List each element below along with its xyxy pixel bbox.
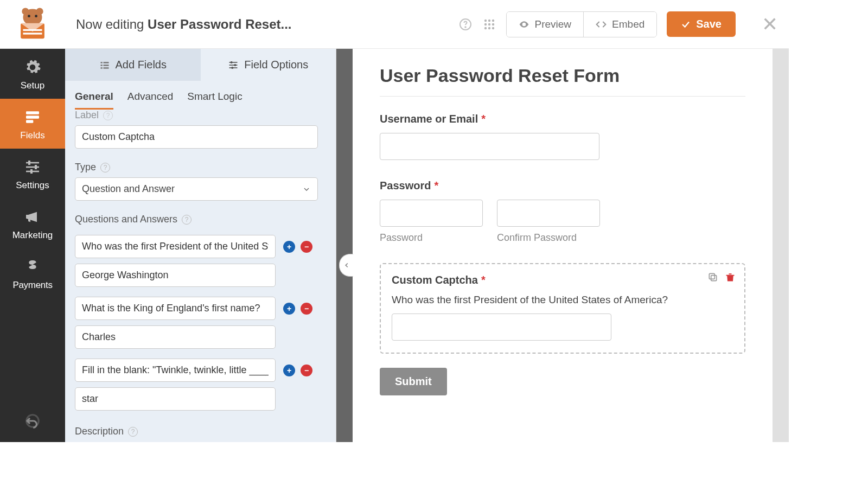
submit-button[interactable]: Submit bbox=[380, 368, 447, 395]
type-select[interactable]: Question and Answer bbox=[75, 177, 318, 201]
form-field-username[interactable]: Username or Email* bbox=[380, 113, 745, 160]
captcha-label: Custom Captcha bbox=[392, 274, 478, 286]
nav-setup[interactable]: Setup bbox=[0, 49, 65, 99]
label-heading: Label bbox=[75, 110, 99, 121]
nav-payments-label: Payments bbox=[12, 280, 52, 291]
form-title: User Password Reset Form bbox=[380, 65, 745, 86]
apps-grid-icon[interactable] bbox=[482, 17, 496, 31]
captcha-answer-input[interactable] bbox=[392, 314, 611, 341]
remove-question-button[interactable]: − bbox=[301, 241, 312, 253]
save-label: Save bbox=[696, 18, 722, 30]
help-icon[interactable] bbox=[458, 17, 473, 31]
chevron-down-icon bbox=[302, 185, 311, 194]
embed-button[interactable]: Embed bbox=[583, 12, 656, 37]
nav-marketing[interactable]: Marketing bbox=[0, 199, 65, 248]
check-icon bbox=[681, 20, 691, 29]
password-input[interactable] bbox=[380, 200, 483, 227]
help-icon[interactable]: ? bbox=[128, 427, 138, 437]
subtab-general[interactable]: General bbox=[75, 87, 113, 110]
svg-rect-33 bbox=[103, 67, 108, 69]
answer-input[interactable] bbox=[75, 325, 276, 349]
list-icon bbox=[99, 60, 110, 71]
add-question-button[interactable]: + bbox=[283, 303, 295, 315]
svg-rect-41 bbox=[709, 273, 714, 279]
answer-input[interactable] bbox=[75, 387, 276, 411]
preview-button[interactable]: Preview bbox=[507, 12, 584, 37]
nav-settings-label: Settings bbox=[16, 180, 49, 191]
qa-pair: + − bbox=[75, 235, 326, 287]
panel-gutter bbox=[336, 49, 353, 442]
required-asterisk: * bbox=[481, 274, 486, 286]
help-icon[interactable]: ? bbox=[103, 111, 113, 120]
type-value: Question and Answer bbox=[82, 183, 175, 195]
svg-point-38 bbox=[234, 63, 237, 66]
svg-point-12 bbox=[492, 19, 494, 21]
tab-add-fields[interactable]: Add Fields bbox=[65, 49, 201, 81]
type-heading: Type bbox=[75, 162, 96, 173]
subtab-advanced[interactable]: Advanced bbox=[127, 87, 174, 110]
password-label: Password bbox=[380, 180, 431, 192]
dollar-icon bbox=[24, 258, 41, 276]
trash-icon[interactable] bbox=[725, 272, 736, 283]
svg-point-9 bbox=[465, 27, 466, 28]
form-field-captcha-selected[interactable]: Custom Captcha* Who was the first Presid… bbox=[380, 263, 745, 354]
bullhorn-icon bbox=[24, 208, 41, 226]
chevron-left-icon bbox=[343, 261, 350, 269]
add-question-button[interactable]: + bbox=[283, 241, 295, 253]
question-input[interactable] bbox=[75, 235, 276, 258]
nav-setup-label: Setup bbox=[21, 80, 44, 91]
code-icon bbox=[596, 19, 607, 30]
scrollbar-track[interactable] bbox=[773, 49, 789, 442]
svg-rect-40 bbox=[711, 276, 717, 281]
svg-rect-21 bbox=[26, 120, 33, 123]
tab-field-options[interactable]: Field Options bbox=[201, 49, 336, 81]
preview-embed-group: Preview Embed bbox=[506, 11, 658, 37]
question-input[interactable] bbox=[75, 359, 276, 382]
description-heading: Description bbox=[75, 426, 124, 437]
topbar: Now editing User Password Reset... Previ… bbox=[0, 0, 789, 49]
subtab-smart-logic[interactable]: Smart Logic bbox=[187, 87, 242, 110]
svg-point-15 bbox=[492, 23, 494, 25]
form-field-password[interactable]: Password* Password Confirm Password bbox=[380, 180, 745, 244]
confirm-password-input[interactable] bbox=[497, 200, 600, 227]
username-input[interactable] bbox=[380, 133, 599, 160]
remove-question-button[interactable]: − bbox=[301, 364, 312, 376]
save-button[interactable]: Save bbox=[667, 11, 736, 37]
svg-rect-25 bbox=[28, 161, 30, 165]
nav-fields-label: Fields bbox=[20, 130, 44, 141]
undo-button[interactable] bbox=[0, 400, 65, 442]
svg-rect-22 bbox=[26, 162, 39, 164]
panel-subtabs: General Advanced Smart Logic bbox=[65, 81, 336, 110]
svg-point-39 bbox=[232, 66, 234, 68]
svg-rect-7 bbox=[23, 33, 42, 34]
nav-settings[interactable]: Settings bbox=[0, 149, 65, 199]
help-icon[interactable]: ? bbox=[182, 215, 192, 225]
gear-icon bbox=[24, 59, 41, 76]
field-label-input[interactable] bbox=[75, 125, 318, 149]
form-icon bbox=[24, 108, 41, 126]
close-icon[interactable]: ✕ bbox=[762, 13, 778, 36]
svg-point-13 bbox=[484, 23, 486, 25]
editing-prefix: Now editing bbox=[76, 17, 144, 31]
tab-add-fields-label: Add Fields bbox=[116, 59, 167, 71]
duplicate-icon[interactable] bbox=[707, 272, 718, 283]
question-input[interactable] bbox=[75, 297, 276, 320]
remove-question-button[interactable]: − bbox=[301, 303, 312, 315]
field-options-panel: Add Fields Field Options General Advance… bbox=[65, 49, 336, 442]
required-asterisk: * bbox=[434, 180, 438, 192]
page-title: Now editing User Password Reset... bbox=[65, 17, 458, 32]
answer-input[interactable] bbox=[75, 264, 276, 287]
sliders-icon bbox=[228, 60, 239, 71]
svg-point-10 bbox=[484, 19, 486, 21]
nav-payments[interactable]: Payments bbox=[0, 248, 65, 298]
svg-point-1 bbox=[22, 8, 29, 15]
form-name: User Password Reset... bbox=[148, 17, 291, 31]
confirm-password-sublabel: Confirm Password bbox=[497, 232, 600, 244]
svg-point-17 bbox=[488, 27, 490, 29]
help-icon[interactable]: ? bbox=[100, 163, 110, 172]
add-question-button[interactable]: + bbox=[283, 364, 295, 376]
nav-fields[interactable]: Fields bbox=[0, 99, 65, 149]
collapse-panel-button[interactable] bbox=[339, 254, 353, 277]
logo bbox=[0, 5, 65, 43]
eye-icon bbox=[519, 19, 529, 30]
